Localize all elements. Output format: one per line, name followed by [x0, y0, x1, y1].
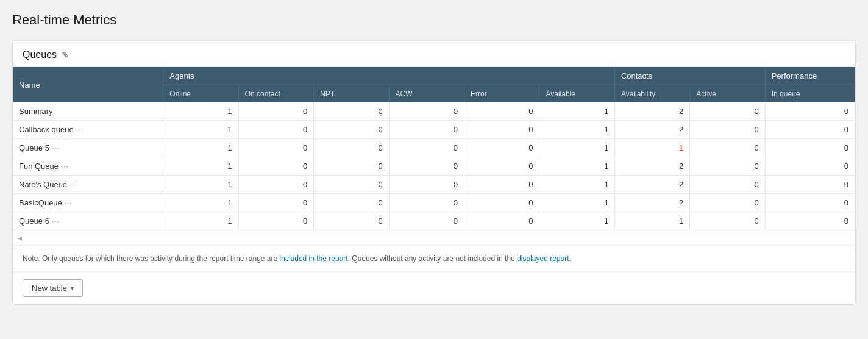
row-name-cell: Callback queue··· [13, 121, 163, 139]
row-error: 0 [464, 102, 539, 121]
row-acw: 0 [389, 212, 464, 230]
row-name-cell: Summary [13, 102, 163, 121]
col-online: Online [163, 85, 238, 103]
row-on_contact: 0 [238, 102, 313, 121]
row-online: 1 [163, 194, 238, 212]
row-in_queue: 0 [765, 212, 855, 230]
row-on_contact: 0 [238, 194, 313, 212]
row-menu-icon[interactable]: ··· [52, 217, 60, 226]
row-name-cell: Queue 6··· [13, 212, 163, 230]
row-availability: 1 [614, 212, 689, 230]
note-link-included[interactable]: included in the report [280, 254, 348, 263]
note-text-before: Note: Only queues for which there was ac… [23, 254, 280, 263]
row-name: Nate's Queue [19, 180, 67, 189]
row-acw: 0 [389, 102, 464, 121]
row-active: 0 [690, 176, 765, 194]
col-availability: Availability [614, 85, 689, 103]
scroll-left-icon: ◂ [18, 233, 22, 243]
row-availability: 2 [614, 194, 689, 212]
group-name-header: Name [13, 67, 163, 102]
table-row: BasicQueue···100001200 [13, 194, 855, 212]
page-title: Real-time Metrics [12, 12, 856, 28]
row-acw: 0 [389, 176, 464, 194]
row-available: 1 [539, 102, 614, 121]
row-online: 1 [163, 121, 238, 139]
row-npt: 0 [314, 139, 389, 157]
row-on_contact: 0 [238, 121, 313, 139]
card-header: Queues ✎ [13, 41, 855, 67]
row-in_queue: 0 [765, 102, 855, 121]
note-text-middle: . Queues without any activity are not in… [348, 254, 518, 263]
row-npt: 0 [314, 212, 389, 230]
footer-area: New table ▾ [13, 271, 855, 304]
row-name: Fun Queue [19, 162, 59, 171]
row-active: 0 [690, 212, 765, 230]
scroll-bar-area: ◂ [13, 230, 855, 245]
row-name: Queue 6 [19, 216, 49, 226]
group-performance-header: Performance [765, 67, 855, 85]
metrics-card: Queues ✎ Name Agents Contacts Performanc… [12, 40, 856, 305]
col-npt: NPT [314, 85, 389, 103]
note-text-after: . [569, 254, 571, 263]
table-row: Queue 6···100001100 [13, 212, 855, 230]
row-available: 1 [539, 157, 614, 176]
row-error: 0 [464, 157, 539, 176]
col-active: Active [690, 85, 765, 103]
row-availability: 2 [614, 176, 689, 194]
row-active: 0 [690, 121, 765, 139]
col-error: Error [464, 85, 539, 103]
edit-icon[interactable]: ✎ [62, 50, 69, 60]
row-available: 1 [539, 139, 614, 157]
row-menu-icon[interactable]: ··· [76, 126, 84, 134]
col-acw: ACW [389, 85, 464, 103]
row-npt: 0 [314, 194, 389, 212]
table-row: Callback queue···100001200 [13, 121, 855, 139]
metrics-table: Name Agents Contacts Performance Online … [13, 67, 855, 230]
row-online: 1 [163, 102, 238, 121]
row-menu-icon[interactable]: ··· [52, 144, 60, 152]
row-on_contact: 0 [238, 157, 313, 176]
row-in_queue: 0 [765, 176, 855, 194]
row-online: 1 [163, 157, 238, 176]
row-availability: 1 [614, 139, 689, 157]
row-npt: 0 [314, 157, 389, 176]
row-npt: 0 [314, 102, 389, 121]
card-title: Queues [23, 49, 57, 60]
row-name: Callback queue [19, 125, 74, 134]
row-acw: 0 [389, 157, 464, 176]
table-body: Summary100001200Callback queue···1000012… [13, 102, 855, 230]
row-online: 1 [163, 212, 238, 230]
row-menu-icon[interactable]: ··· [65, 199, 73, 207]
row-on_contact: 0 [238, 176, 313, 194]
row-menu-icon[interactable]: ··· [61, 162, 69, 171]
row-active: 0 [690, 194, 765, 212]
row-name-cell: BasicQueue··· [13, 194, 163, 212]
row-active: 0 [690, 139, 765, 157]
row-error: 0 [464, 121, 539, 139]
row-acw: 0 [389, 194, 464, 212]
row-available: 1 [539, 212, 614, 230]
row-error: 0 [464, 212, 539, 230]
table-row: Fun Queue···100001200 [13, 157, 855, 176]
row-name: Queue 5 [19, 143, 49, 152]
table-wrapper: Name Agents Contacts Performance Online … [13, 67, 855, 230]
dropdown-arrow-icon: ▾ [71, 285, 74, 291]
row-availability: 2 [614, 157, 689, 176]
new-table-button[interactable]: New table ▾ [23, 279, 83, 297]
table-row: Nate's Queue···100001200 [13, 176, 855, 194]
row-online: 1 [163, 176, 238, 194]
group-agents-header: Agents [163, 67, 615, 85]
row-error: 0 [464, 139, 539, 157]
row-name: BasicQueue [19, 198, 62, 207]
row-in_queue: 0 [765, 121, 855, 139]
col-on-contact: On contact [238, 85, 313, 103]
table-row: Queue 5···100001100 [13, 139, 855, 157]
row-name-cell: Fun Queue··· [13, 157, 163, 176]
row-acw: 0 [389, 121, 464, 139]
row-on_contact: 0 [238, 139, 313, 157]
row-on_contact: 0 [238, 212, 313, 230]
row-menu-icon[interactable]: ··· [69, 180, 77, 189]
row-error: 0 [464, 194, 539, 212]
note-link-displayed[interactable]: displayed report [517, 254, 569, 263]
row-name-cell: Queue 5··· [13, 139, 163, 157]
